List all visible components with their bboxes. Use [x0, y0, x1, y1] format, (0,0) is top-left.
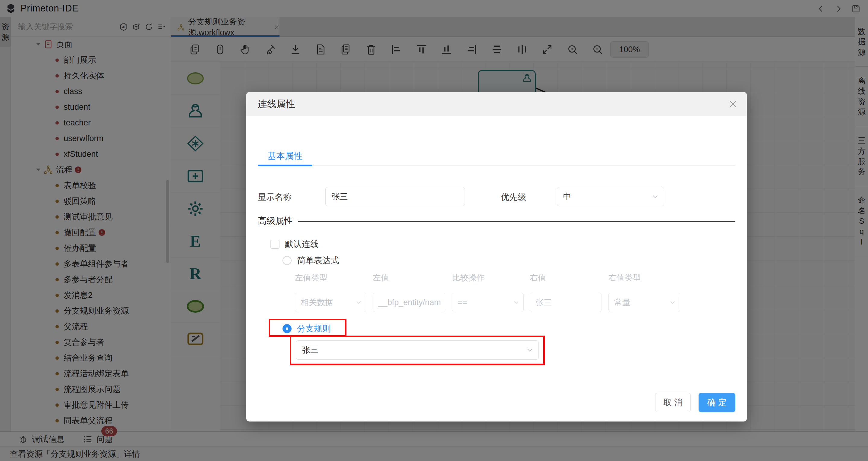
dialog-title: 连线属性	[258, 98, 295, 110]
expr-field-select[interactable]: 相关数据	[295, 293, 366, 312]
branch-rule-label: 分支规则	[297, 323, 331, 334]
branch-rule-select[interactable]: 张三	[296, 340, 539, 360]
priority-select[interactable]: 中	[557, 187, 664, 206]
dialog-header: 连线属性	[246, 92, 747, 116]
expr-field-value: 常量	[614, 297, 669, 308]
active-tab-underline	[258, 165, 312, 166]
display-name-label: 显示名称	[258, 191, 291, 203]
display-name-field	[325, 187, 465, 206]
simple-expression-label: 简单表达式	[297, 255, 339, 266]
connection-properties-dialog: 连线属性 基本属性 显示名称 优先级 中 高级属性 默认连线 简单表达式 左值类…	[246, 92, 747, 422]
expr-field-value: 张三	[535, 297, 601, 308]
display-name-input[interactable]	[332, 192, 453, 202]
expr-column-label: 右值	[530, 272, 546, 283]
tab-basic-properties-label: 基本属性	[268, 150, 302, 162]
dialog-tabs: 基本属性	[258, 147, 735, 165]
chevron-down-icon	[651, 193, 659, 201]
expr-field-value: ==	[458, 298, 513, 307]
cancel-button[interactable]: 取 消	[655, 393, 691, 412]
ok-button[interactable]: 确 定	[699, 393, 735, 412]
branch-rule-radio[interactable]	[282, 324, 291, 333]
section-divider	[298, 221, 735, 222]
expr-field-input[interactable]: __bfp_entity/nam	[373, 293, 445, 312]
expr-field-select[interactable]: ==	[452, 293, 524, 312]
chevron-down-icon	[526, 346, 534, 354]
chev-down-icon	[355, 299, 362, 306]
simple-expression-row: 简单表达式	[282, 255, 339, 266]
default-line-checkbox[interactable]	[271, 240, 279, 249]
expr-field-value: 相关数据	[301, 297, 355, 308]
expr-field-select[interactable]: 常量	[609, 293, 680, 312]
chev-down-icon	[669, 299, 676, 306]
default-line-row: 默认连线	[271, 239, 319, 250]
tab-basic-properties[interactable]: 基本属性	[258, 147, 312, 165]
priority-label: 优先级	[501, 191, 526, 203]
priority-value: 中	[563, 191, 651, 202]
default-line-label: 默认连线	[285, 239, 319, 250]
dialog-close-icon[interactable]	[728, 99, 738, 109]
branch-rule-row: 分支规则	[282, 323, 331, 334]
expr-field-value: __bfp_entity/nam	[378, 298, 445, 307]
expr-column-label: 右值类型	[609, 272, 641, 283]
branch-rule-value: 张三	[302, 345, 526, 356]
advanced-section-label: 高级属性	[258, 215, 293, 227]
chev-down-icon	[513, 299, 520, 306]
advanced-section: 高级属性	[258, 215, 735, 227]
expr-field-input[interactable]: 张三	[530, 293, 601, 312]
expr-column-label: 比较操作	[452, 272, 485, 283]
simple-expression-radio[interactable]	[282, 256, 291, 265]
expr-column-label: 左值	[373, 272, 389, 283]
expr-column-label: 左值类型	[295, 272, 328, 283]
